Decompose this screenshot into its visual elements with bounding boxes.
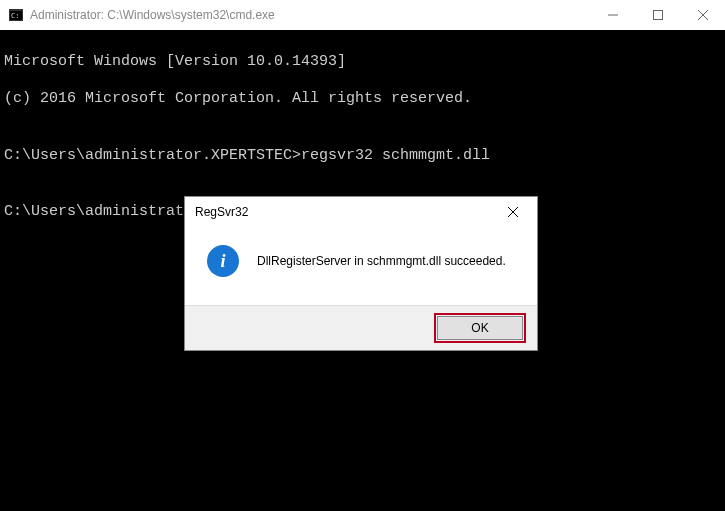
regsvr32-dialog: RegSvr32 i DllRegisterServer in schmmgmt… xyxy=(184,196,538,351)
dialog-close-button[interactable] xyxy=(493,198,533,226)
dialog-title: RegSvr32 xyxy=(195,205,493,219)
minimize-button[interactable] xyxy=(590,0,635,30)
ok-button[interactable]: OK xyxy=(437,316,523,340)
terminal-line: C:\Users\administrator.XPERTSTEC>regsvr3… xyxy=(4,147,721,166)
close-button[interactable] xyxy=(680,0,725,30)
svg-rect-4 xyxy=(653,11,662,20)
terminal-line: Microsoft Windows [Version 10.0.14393] xyxy=(4,53,721,72)
maximize-button[interactable] xyxy=(635,0,680,30)
dialog-body: i DllRegisterServer in schmmgmt.dll succ… xyxy=(185,227,537,305)
dialog-footer: OK xyxy=(185,305,537,350)
cmd-icon: C: xyxy=(8,7,24,23)
info-icon: i xyxy=(207,245,239,277)
window-title: Administrator: C:\Windows\system32\cmd.e… xyxy=(30,8,590,22)
dialog-message: DllRegisterServer in schmmgmt.dll succee… xyxy=(257,254,506,268)
terminal-line: (c) 2016 Microsoft Corporation. All righ… xyxy=(4,90,721,109)
svg-text:C:: C: xyxy=(11,12,19,20)
window-titlebar: C: Administrator: C:\Windows\system32\cm… xyxy=(0,0,725,30)
dialog-titlebar: RegSvr32 xyxy=(185,197,537,227)
